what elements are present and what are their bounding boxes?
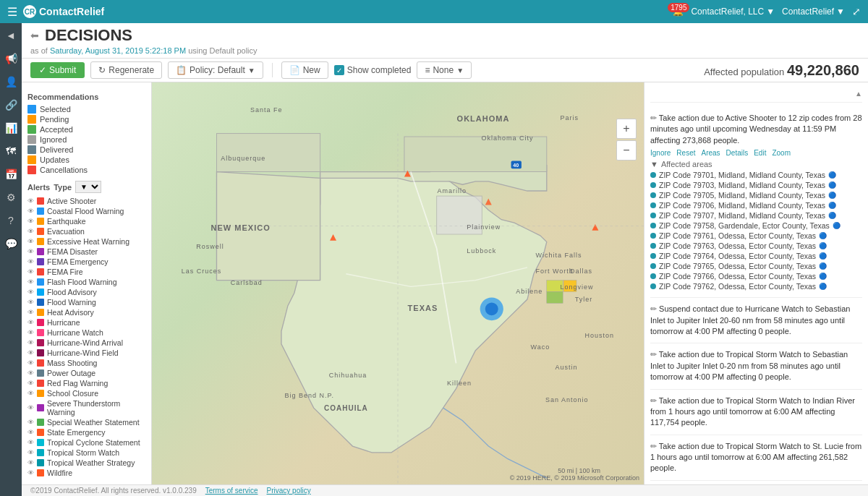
hamburger-icon[interactable]: ☰ [7, 5, 17, 19]
alert-item[interactable]: 👁 Coastal Flood Warning [27, 206, 145, 216]
decision-action-areas[interactable]: Areas [701, 149, 720, 157]
zoom-in-button[interactable]: + [616, 119, 637, 139]
zip-info-icon: 🔵 [828, 192, 836, 199]
alert-item[interactable]: 👁 FEMA Fire [27, 267, 145, 277]
scroll-up-button[interactable]: ▲ [855, 90, 862, 98]
eye-icon: 👁 [27, 339, 34, 346]
decision-item[interactable]: ✏ Take action due to Tropical Storm Watc… [650, 435, 862, 481]
alert-item[interactable]: 👁 Hurricane-Wind Field [27, 348, 145, 358]
sidebar-nav-question[interactable]: ? [0, 212, 22, 229]
zip-code-label: ZIP Code 79764, Odessa, Ector County, Te… [659, 252, 816, 260]
regenerate-button[interactable]: ↻ Regenerate [90, 61, 162, 79]
alert-item[interactable]: 👁 Wildfire [27, 468, 145, 478]
subtitle-suffix: using Default policy [188, 46, 257, 55]
zoom-out-button[interactable]: − [616, 140, 637, 161]
alert-item[interactable]: 👁 Earthquake [27, 216, 145, 226]
recommendation-item[interactable]: Delivered [27, 145, 145, 155]
zip-code-label: ZIP Code 79765, Odessa, Ector County, Te… [659, 262, 816, 270]
zip-code-label: ZIP Code 79707, Midland, Midland County,… [659, 211, 825, 220]
notification-bell[interactable]: 🔔 1795 [673, 7, 684, 17]
alert-item[interactable]: 👁 Flash Flood Warning [27, 277, 145, 287]
footer-privacy-link[interactable]: Privacy policy [267, 487, 311, 495]
city-label-austin: Austin [556, 364, 578, 371]
zip-dot [650, 253, 656, 259]
alert-item[interactable]: 👁 Flood Warning [27, 297, 145, 307]
alert-item[interactable]: 👁 Tropical Storm Watch [27, 448, 145, 458]
sidebar-nav-speaker[interactable]: 📢 [0, 50, 22, 67]
alert-item[interactable]: 👁 Red Flag Warning [27, 378, 145, 388]
org-dropdown-icon: ▼ [766, 7, 775, 17]
decision-item[interactable]: ✏ Take action due to Active Shooter to 1… [650, 107, 862, 298]
decision-action-reset[interactable]: Reset [676, 149, 695, 157]
affected-areas-section: ▼ Affected areas ZIP Code 79701, Midland… [650, 160, 862, 291]
decision-action-details[interactable]: Details [726, 149, 749, 157]
alerts-type-select[interactable]: ▼ [75, 181, 101, 193]
sidebar-nav-link[interactable]: 🔗 [0, 96, 22, 114]
policy-button[interactable]: 📋 Policy: Default ▼ [168, 61, 263, 79]
left-panel: Recommendations SelectedPendingAcceptedI… [22, 82, 152, 484]
sidebar-nav-back[interactable]: ◄ [0, 27, 22, 44]
sidebar-nav-calendar[interactable]: 📅 [0, 166, 22, 183]
alert-item[interactable]: 👁 Hurricane-Wind Arrival [27, 338, 145, 348]
alert-item[interactable]: 👁 Power Outage [27, 368, 145, 378]
org-name-button[interactable]: ContactRelief, LLC ▼ [691, 7, 775, 17]
alert-item[interactable]: 👁 Heat Advisory [27, 307, 145, 317]
footer-terms-link[interactable]: Terms of service [205, 487, 258, 495]
recommendation-item[interactable]: Selected [27, 104, 145, 114]
show-completed-checkbox[interactable]: ✓ [334, 65, 344, 75]
sidebar-nav-chart[interactable]: 📊 [0, 119, 22, 137]
top-navigation-bar: ☰ CR ContactRelief 🔔 1795 ContactRelief,… [0, 0, 868, 23]
alert-item[interactable]: 👁 Severe Thunderstorm Warning [27, 398, 145, 417]
sidebar-nav-chat[interactable]: 💬 [0, 235, 22, 252]
alert-item[interactable]: 👁 Flood Advisory [27, 287, 145, 297]
zip-code-item: ZIP Code 79703, Midland, Midland County,… [650, 180, 862, 190]
alert-item[interactable]: 👁 Active Shooter [27, 196, 145, 206]
expand-icon[interactable]: ⤢ [852, 6, 861, 17]
state-label-coahuila: COAHUILA [324, 404, 368, 412]
city-label-amarillo: Amarillo [437, 187, 467, 194]
zip-info-icon: 🔵 [828, 212, 836, 219]
alert-item[interactable]: 👁 Tropical Weather Strategy [27, 458, 145, 468]
none-caret-icon: ▼ [456, 67, 464, 74]
none-button[interactable]: ≡ None ▼ [417, 61, 472, 79]
sidebar-nav-settings[interactable]: ⚙ [0, 189, 22, 206]
decision-text: ✏ Take action due to Tropical Storm Watc… [650, 395, 862, 429]
alert-item[interactable]: 👁 FEMA Emergency [27, 257, 145, 267]
eye-icon: 👁 [27, 309, 34, 316]
svg-marker-13 [592, 224, 598, 231]
app-name-button[interactable]: ContactRelief ▼ [782, 7, 845, 17]
decision-item[interactable]: ✏ Take action due to Tropical Storm Watc… [650, 343, 862, 389]
city-label-albuquerque: Albuquerque [221, 155, 265, 162]
show-completed-toggle[interactable]: ✓ Show completed [334, 65, 412, 75]
alert-item[interactable]: 👁 Mass Shooting [27, 358, 145, 368]
recommendation-item[interactable]: Updates [27, 155, 145, 165]
decision-action-zoom[interactable]: Zoom [772, 149, 791, 157]
alert-item[interactable]: 👁 School Closure [27, 388, 145, 398]
alert-item[interactable]: 👁 State Emergency [27, 427, 145, 437]
alert-item[interactable]: 👁 Evacuation [27, 226, 145, 236]
recommendation-item[interactable]: Pending [27, 114, 145, 124]
alert-item[interactable]: 👁 FEMA Disaster [27, 247, 145, 257]
decision-action-ignore[interactable]: Ignore [650, 149, 671, 157]
decision-action-edit[interactable]: Edit [754, 149, 766, 157]
new-button[interactable]: 📄 New [281, 61, 328, 79]
city-label-santa-fe: Santa Fe [250, 106, 283, 114]
recommendation-item[interactable]: Cancellations [27, 165, 145, 175]
alert-item[interactable]: 👁 Hurricane Watch [27, 328, 145, 338]
sidebar-nav-person[interactable]: 👤 [0, 73, 22, 90]
map-panel[interactable]: 40 OKLAHOMA Oklahoma City NEW MEXICO TEX… [152, 82, 644, 484]
sidebar-nav-map[interactable]: 🗺 [0, 142, 22, 160]
state-label-new-mexico: NEW MEXICO [211, 223, 271, 232]
decision-item[interactable]: ✏ Suspend contact due to Hurricane Watch… [650, 298, 862, 343]
alert-item[interactable]: 👁 Special Weather Statement [27, 417, 145, 427]
policy-caret-icon: ▼ [248, 67, 255, 74]
decision-item[interactable]: ✏ Take action due to Tropical Storm Watc… [650, 390, 862, 435]
alert-item[interactable]: 👁 Excessive Heat Warning [27, 236, 145, 247]
recommendation-item[interactable]: Accepted [27, 124, 145, 134]
alert-item[interactable]: 👁 Hurricane [27, 317, 145, 328]
page-title-row: ⬅ DECISIONS [30, 26, 859, 45]
three-panel: Recommendations SelectedPendingAcceptedI… [22, 82, 868, 484]
recommendation-item[interactable]: Ignored [27, 134, 145, 145]
submit-button[interactable]: ✓ Submit [30, 62, 85, 78]
alert-item[interactable]: 👁 Tropical Cyclone Statement [27, 437, 145, 448]
